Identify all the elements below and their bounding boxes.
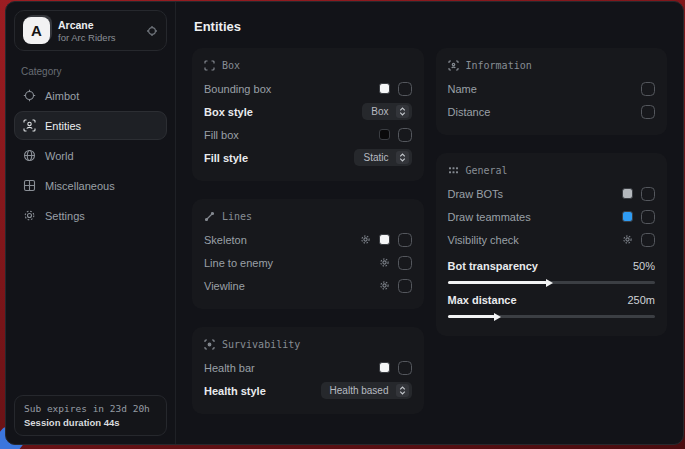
section-title: General (466, 165, 508, 176)
setting-row-health-style: Health style Health based (204, 379, 412, 402)
slider-track[interactable] (448, 281, 656, 284)
checkbox[interactable] (641, 82, 655, 96)
setting-row-skeleton: Skeleton (204, 228, 412, 251)
setting-label: Skeleton (204, 234, 247, 246)
color-swatch[interactable] (379, 129, 390, 140)
setting-row-viewline: Viewline (204, 274, 412, 297)
slider-fill (448, 315, 496, 318)
checkbox[interactable] (398, 128, 412, 142)
section-title: Lines (222, 211, 252, 222)
slider-thumb[interactable] (494, 313, 501, 321)
gear-icon[interactable] (622, 234, 633, 245)
sidebar-item-miscellaneous[interactable]: Miscellaneous (14, 171, 167, 200)
checkbox[interactable] (398, 256, 412, 270)
sidebar-item-label: Aimbot (45, 90, 79, 102)
slider-thumb[interactable] (546, 279, 553, 287)
session-duration-text: Session duration 44s (24, 417, 157, 428)
setting-row-fill-style: Fill style Static (204, 146, 412, 169)
setting-row-health-bar: Health bar (204, 356, 412, 379)
checkbox[interactable] (641, 233, 655, 247)
setting-row-distance: Distance (448, 100, 656, 123)
dropdown-value: Health based (330, 385, 389, 396)
slider-value: 50% (633, 260, 655, 272)
section-survivability: Survivability Health bar Health style (192, 327, 424, 414)
gear-icon[interactable] (379, 257, 390, 268)
dashed-box-icon (204, 60, 215, 71)
sidebar-nav: Aimbot Entities World (14, 81, 167, 230)
sidebar: A Arcane for Arc Riders Category Aimbot (6, 2, 176, 444)
grid-icon (23, 179, 36, 192)
setting-label: Draw teammates (448, 211, 531, 223)
left-column: Box Bounding box Box style Box (192, 48, 424, 414)
section-title: Box (222, 60, 240, 71)
sub-expires-text: Sub expires in 23d 20h (24, 403, 157, 414)
checkbox[interactable] (398, 279, 412, 293)
subscription-card: Sub expires in 23d 20h Session duration … (14, 395, 167, 436)
checkbox[interactable] (641, 105, 655, 119)
setting-row-visibility-check: Visibility check (448, 228, 656, 251)
setting-label: Health bar (204, 362, 255, 374)
avatar: A (23, 17, 50, 44)
gear-icon[interactable] (360, 234, 371, 245)
dropdown-value: Box (371, 106, 388, 117)
sidebar-item-settings[interactable]: Settings (14, 201, 167, 230)
checkbox[interactable] (641, 187, 655, 201)
slider-track[interactable] (448, 315, 656, 318)
setting-row-bounding-box: Bounding box (204, 77, 412, 100)
gear-icon (23, 209, 36, 222)
app-title: Arcane (58, 19, 138, 31)
person-scan-icon (23, 119, 36, 132)
app-window: A Arcane for Arc Riders Category Aimbot (5, 1, 684, 445)
info-scan-icon (448, 60, 459, 71)
section-title: Survivability (222, 339, 300, 350)
slider-bot-transparency: Bot transparency 50% (448, 256, 656, 284)
slider-max-distance: Max distance 250m (448, 290, 656, 318)
checkbox[interactable] (641, 210, 655, 224)
sidebar-item-world[interactable]: World (14, 141, 167, 170)
setting-label: Box style (204, 106, 253, 118)
section-title: Information (466, 60, 532, 71)
checkbox[interactable] (398, 233, 412, 247)
slider-value: 250m (627, 294, 655, 306)
color-swatch[interactable] (622, 188, 633, 199)
slider-fill (448, 281, 548, 284)
setting-label: Fill style (204, 152, 248, 164)
gear-icon[interactable] (379, 280, 390, 291)
setting-row-line-to-enemy: Line to enemy (204, 251, 412, 274)
setting-row-draw-bots: Draw BOTs (448, 182, 656, 205)
page-title: Entities (194, 19, 667, 34)
color-swatch[interactable] (379, 234, 390, 245)
setting-row-draw-teammates: Draw teammates (448, 205, 656, 228)
category-label: Category (21, 66, 167, 77)
color-swatch[interactable] (379, 83, 390, 94)
setting-label: Draw BOTs (448, 188, 504, 200)
fill-style-dropdown[interactable]: Static (354, 149, 411, 166)
profile-text: Arcane for Arc Riders (58, 19, 138, 43)
checkbox[interactable] (398, 82, 412, 96)
crosshair-icon (23, 89, 36, 102)
setting-label: Visibility check (448, 234, 519, 246)
checkbox[interactable] (398, 361, 412, 375)
grid-dots-icon (448, 165, 459, 176)
sidebar-item-aimbot[interactable]: Aimbot (14, 81, 167, 110)
sidebar-item-label: Miscellaneous (45, 180, 115, 192)
section-information: Information Name Distance (436, 48, 668, 135)
line-icon (204, 211, 215, 222)
slider-label: Bot transparency (448, 260, 538, 272)
setting-label: Bounding box (204, 83, 271, 95)
section-general: General Draw BOTs Draw teammates (436, 153, 668, 336)
sidebar-item-label: Entities (45, 120, 81, 132)
setting-row-name: Name (448, 77, 656, 100)
sync-icon[interactable] (146, 25, 158, 37)
color-swatch[interactable] (622, 211, 633, 222)
setting-row-box-style: Box style Box (204, 100, 412, 123)
slider-label: Max distance (448, 294, 517, 306)
color-swatch[interactable] (379, 362, 390, 373)
globe-icon (23, 149, 36, 162)
sidebar-item-label: World (45, 150, 74, 162)
health-style-dropdown[interactable]: Health based (321, 382, 412, 399)
setting-row-fill-box: Fill box (204, 123, 412, 146)
box-style-dropdown[interactable]: Box (362, 103, 411, 120)
setting-label: Name (448, 83, 477, 95)
sidebar-item-entities[interactable]: Entities (14, 111, 167, 140)
